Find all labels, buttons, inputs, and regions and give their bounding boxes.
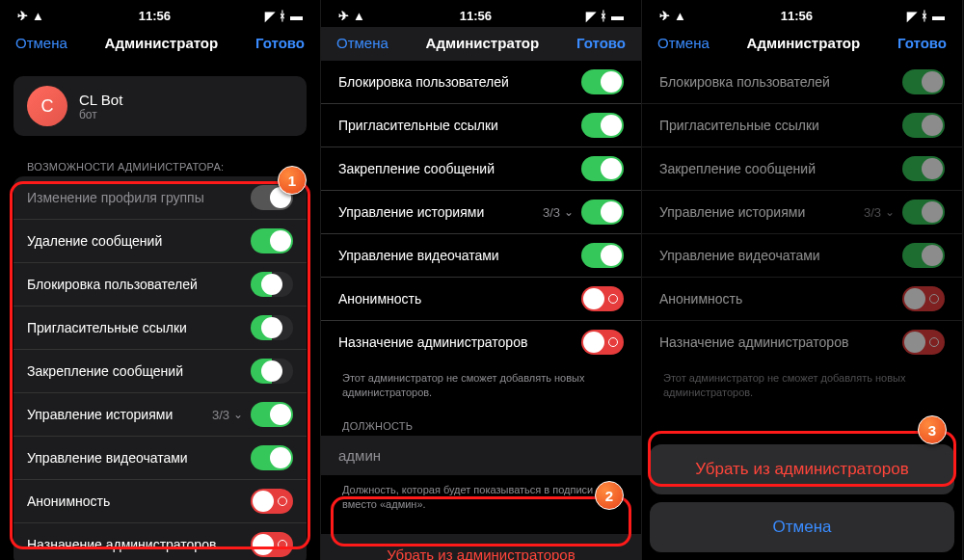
toggle-manage-videochats <box>902 243 945 268</box>
page-title: Администратор <box>747 35 861 51</box>
perm-add-admins[interactable]: Назначение администраторов <box>13 523 307 560</box>
status-time: 11:56 <box>781 9 813 23</box>
toggle-invite-links <box>902 113 945 138</box>
toggle-manage-videochats[interactable] <box>251 445 293 470</box>
cancel-button[interactable]: Отмена <box>15 35 67 51</box>
perm-pin-messages[interactable]: Закрепление сообщений <box>321 147 641 191</box>
chevron-down-icon: ⌄ <box>233 408 243 421</box>
bluetooth-icon: ᚼ <box>279 9 286 23</box>
perm-manage-stories[interactable]: Управление историями 3/3 ⌄ <box>13 393 307 437</box>
page-title: Администратор <box>426 35 540 51</box>
toggle-add-admins <box>902 330 945 355</box>
battery-icon: ▬ <box>611 9 624 23</box>
status-bar: ✈ ▲ 11:56 ◤ ᚼ ▬ <box>0 0 320 27</box>
perm-pin-messages[interactable]: Закрепление сообщений <box>13 350 307 393</box>
screen-2: ✈ ▲ 11:56 ◤ ᚼ ▬ Отмена Администратор Гот… <box>321 0 642 560</box>
location-icon: ◤ <box>907 9 917 23</box>
chevron-down-icon: ⌄ <box>564 205 574 219</box>
perm-invite-links: Пригласительные ссылки <box>642 104 962 147</box>
screen-1: ✈ ▲ 11:56 ◤ ᚼ ▬ Отмена Администратор Гот… <box>0 0 321 560</box>
perm-add-admins[interactable]: Назначение администраторов <box>321 321 641 363</box>
status-time: 11:56 <box>139 9 171 23</box>
perm-ban-users[interactable]: Блокировка пользователей <box>321 61 641 104</box>
wifi-icon: ▲ <box>674 9 686 23</box>
done-button[interactable]: Готово <box>576 35 626 51</box>
nav-bar: Отмена Администратор Готово <box>321 27 641 61</box>
user-card[interactable]: C CL Bot бот <box>13 76 307 136</box>
sheet-cancel[interactable]: Отмена <box>650 502 954 552</box>
toggle-manage-stories[interactable] <box>251 402 293 427</box>
perm-change-profile[interactable]: Изменение профиля группы <box>13 176 307 220</box>
job-hint: Должность, которая будет показываться в … <box>321 475 641 526</box>
bluetooth-icon: ᚼ <box>921 9 928 23</box>
toggle-add-admins[interactable] <box>251 532 293 557</box>
wifi-icon: ▲ <box>32 9 44 23</box>
perm-anonymous[interactable]: Анонимность <box>321 278 641 321</box>
toggle-anonymous <box>902 286 945 311</box>
status-time: 11:56 <box>460 9 492 23</box>
toggle-anonymous[interactable] <box>251 489 293 514</box>
airplane-icon: ✈ <box>17 9 28 23</box>
done-button[interactable]: Готово <box>255 35 305 51</box>
toggle-invite-links[interactable] <box>581 113 624 138</box>
annotation-2: 2 <box>595 481 624 510</box>
annotation-1: 1 <box>278 166 307 195</box>
toggle-add-admins[interactable] <box>581 330 624 355</box>
action-sheet: Убрать из администраторов Отмена <box>650 444 954 552</box>
section-permissions-header: ВОЗМОЖНОСТИ АДМИНИСТРАТОРА: <box>0 155 320 176</box>
cancel-button[interactable]: Отмена <box>657 35 710 51</box>
battery-icon: ▬ <box>932 9 945 23</box>
toggle-manage-stories[interactable] <box>581 200 624 225</box>
admin-hint: Этот администратор не сможет добавлять н… <box>642 363 962 414</box>
airplane-icon: ✈ <box>338 9 349 23</box>
permissions-list: Изменение профиля группы Удаление сообще… <box>13 176 307 560</box>
airplane-icon: ✈ <box>659 9 670 23</box>
cancel-button[interactable]: Отмена <box>336 35 388 51</box>
permissions-list-scrolled: Блокировка пользователей Пригласительные… <box>321 61 641 363</box>
perm-anonymous: Анонимность <box>642 278 962 321</box>
perm-manage-videochats: Управление видеочатами <box>642 234 962 278</box>
chevron-down-icon: ⌄ <box>885 205 895 219</box>
perm-ban-users: Блокировка пользователей <box>642 61 962 104</box>
user-subtitle: бот <box>79 108 122 121</box>
toggle-ban-users[interactable] <box>251 272 293 297</box>
toggle-manage-stories <box>902 200 945 225</box>
permissions-list-dimmed: Блокировка пользователей Пригласительные… <box>642 61 962 363</box>
perm-anonymous[interactable]: Анонимность <box>13 480 307 523</box>
admin-hint: Этот администратор не сможет добавлять н… <box>321 363 641 414</box>
job-title-input[interactable]: админ <box>321 436 641 475</box>
toggle-anonymous[interactable] <box>581 286 624 311</box>
perm-manage-stories[interactable]: Управление историями 3/3 ⌄ <box>321 191 641 234</box>
toggle-pin-messages[interactable] <box>251 359 293 384</box>
perm-manage-videochats[interactable]: Управление видеочатами <box>321 234 641 278</box>
toggle-pin-messages <box>902 156 945 181</box>
perm-invite-links[interactable]: Пригласительные ссылки <box>13 307 307 350</box>
wifi-icon: ▲ <box>353 9 365 23</box>
perm-manage-stories: Управление историями 3/3 ⌄ <box>642 191 962 234</box>
perm-delete-messages[interactable]: Удаление сообщений <box>13 220 307 263</box>
location-icon: ◤ <box>586 9 596 23</box>
perm-pin-messages: Закрепление сообщений <box>642 147 962 191</box>
toggle-manage-videochats[interactable] <box>581 243 624 268</box>
done-button[interactable]: Готово <box>897 35 947 51</box>
perm-ban-users[interactable]: Блокировка пользователей <box>13 263 307 307</box>
location-icon: ◤ <box>265 9 275 23</box>
battery-icon: ▬ <box>290 9 303 23</box>
user-name: CL Bot <box>79 92 122 108</box>
remove-admin-button[interactable]: Убрать из администраторов <box>321 534 641 560</box>
perm-manage-videochats[interactable]: Управление видеочатами <box>13 437 307 480</box>
toggle-ban-users[interactable] <box>581 69 624 94</box>
avatar: C <box>27 86 67 126</box>
annotation-3: 3 <box>918 415 947 444</box>
nav-bar: Отмена Администратор Готово <box>0 27 320 61</box>
screen-3: ✈ ▲ 11:56 ◤ ᚼ ▬ Отмена Администратор Гот… <box>642 0 963 560</box>
toggle-delete-messages[interactable] <box>251 228 293 253</box>
perm-invite-links[interactable]: Пригласительные ссылки <box>321 104 641 147</box>
perm-add-admins: Назначение администраторов <box>642 321 962 363</box>
toggle-ban-users <box>902 69 945 94</box>
status-bar: ✈ ▲ 11:56 ◤ ᚼ ▬ <box>321 0 641 27</box>
sheet-remove-admin[interactable]: Убрать из администраторов <box>650 444 954 494</box>
bluetooth-icon: ᚼ <box>600 9 607 23</box>
toggle-invite-links[interactable] <box>251 315 293 340</box>
toggle-pin-messages[interactable] <box>581 156 624 181</box>
